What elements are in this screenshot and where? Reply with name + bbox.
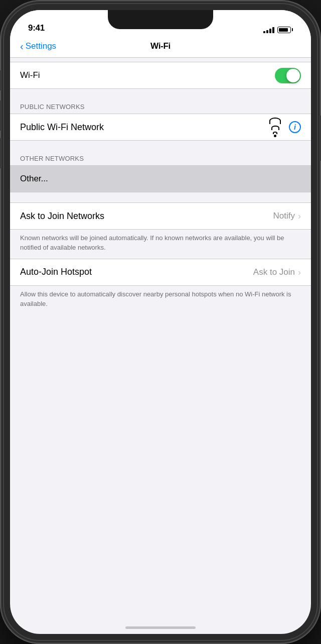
- signal-bar-2: [266, 30, 268, 33]
- volume-up-button[interactable]: [0, 100, 2, 131]
- back-label: Settings: [26, 41, 56, 51]
- wifi-arcs: [269, 118, 281, 134]
- battery-body: [277, 27, 291, 33]
- content-area: Wi-Fi PUBLIC NETWORKS Public Wi-Fi Netwo…: [10, 58, 311, 415]
- ask-to-join-chevron-icon: ›: [298, 211, 301, 221]
- other-network-cell[interactable]: Other...: [10, 166, 311, 192]
- auto-join-value: Ask to Join: [253, 267, 295, 277]
- signal-bar-3: [269, 29, 271, 33]
- back-button[interactable]: ‹ Settings: [20, 41, 56, 51]
- auto-join-chevron-icon: ›: [298, 268, 301, 277]
- gap-2: [10, 89, 311, 99]
- gap-3: [10, 141, 311, 151]
- public-networks-header: PUBLIC NETWORKS: [10, 99, 311, 114]
- auto-join-group: Auto-Join Hotspot Ask to Join ›: [10, 259, 311, 286]
- ask-to-join-value: Notify: [273, 211, 295, 221]
- wifi-arc-small: [273, 132, 277, 134]
- power-button[interactable]: [319, 116, 321, 161]
- battery-fill: [279, 28, 288, 32]
- other-network-label: Other...: [20, 174, 301, 184]
- wifi-toggle-cell: Wi-Fi: [10, 62, 311, 88]
- other-networks-header: OTHER NETWORKS: [10, 151, 311, 165]
- auto-join-label: Auto-Join Hotspot: [20, 267, 253, 277]
- wifi-toggle-group: Wi-Fi: [10, 62, 311, 89]
- back-chevron-icon: ‹: [20, 41, 24, 51]
- signal-bar-1: [263, 31, 265, 33]
- wifi-arc-medium: [271, 126, 279, 130]
- gap-1: [10, 58, 311, 62]
- public-network-cell[interactable]: Public Wi-Fi Network i: [10, 114, 311, 140]
- navigation-bar: ‹ Settings Wi-Fi: [10, 37, 311, 58]
- other-networks-group: Other...: [10, 165, 311, 192]
- signal-icon: [263, 26, 274, 33]
- silent-switch[interactable]: [0, 70, 2, 90]
- notch: [108, 10, 213, 29]
- auto-join-cell[interactable]: Auto-Join Hotspot Ask to Join ›: [10, 259, 311, 285]
- wifi-label: Wi-Fi: [20, 70, 275, 80]
- wifi-signal-icon: [269, 118, 281, 137]
- battery-icon: [277, 27, 293, 33]
- bottom-spacer: [10, 314, 311, 415]
- toggle-thumb: [286, 69, 300, 82]
- page-title: Wi-Fi: [150, 41, 171, 51]
- battery-tip: [292, 28, 293, 31]
- phone-frame: 9:41 ‹ Settings: [0, 0, 321, 644]
- home-indicator[interactable]: [125, 626, 196, 629]
- public-network-name: Public Wi-Fi Network: [20, 122, 269, 133]
- network-info-button[interactable]: i: [289, 121, 301, 133]
- auto-join-description: Allow this device to automatically disco…: [10, 286, 311, 315]
- public-networks-group: Public Wi-Fi Network i: [10, 114, 311, 141]
- wifi-dot: [274, 135, 276, 137]
- volume-down-button[interactable]: [0, 138, 2, 168]
- ask-to-join-label: Ask to Join Networks: [20, 211, 273, 222]
- ask-to-join-description: Known networks will be joined automatica…: [10, 230, 311, 259]
- phone-screen: 9:41 ‹ Settings: [10, 10, 311, 634]
- gap-4: [10, 192, 311, 202]
- ask-to-join-group: Ask to Join Networks Notify ›: [10, 202, 311, 230]
- status-time: 9:41: [28, 23, 45, 33]
- wifi-toggle[interactable]: [275, 68, 301, 83]
- ask-to-join-cell[interactable]: Ask to Join Networks Notify ›: [10, 203, 311, 229]
- status-icons: [263, 26, 293, 33]
- signal-bar-4: [272, 27, 274, 33]
- wifi-arc-large: [269, 118, 281, 124]
